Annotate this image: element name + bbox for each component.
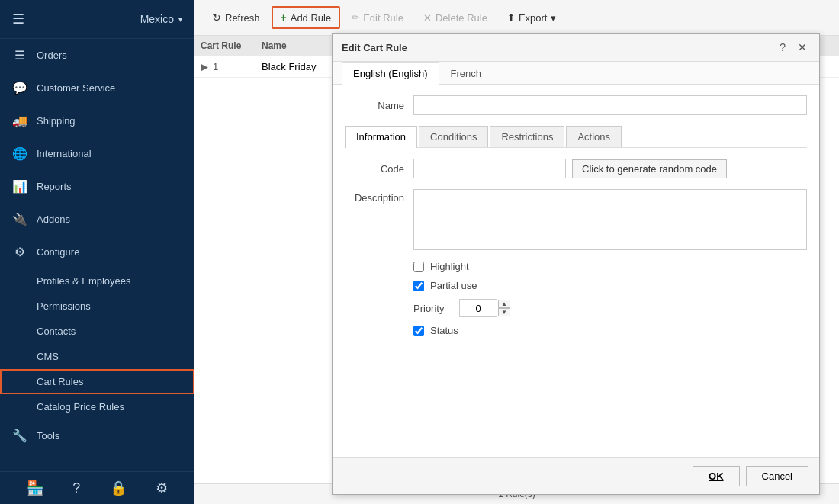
export-button[interactable]: ⬆ Export ▾ <box>499 8 565 28</box>
international-icon: 🌐 <box>12 146 27 161</box>
tab-french[interactable]: French <box>439 62 493 85</box>
customer-service-icon: 💬 <box>12 81 27 95</box>
refresh-icon: ↻ <box>212 11 221 24</box>
code-label: Code <box>345 163 413 175</box>
priority-input[interactable] <box>459 299 497 317</box>
row-arrow-icon: ▶ <box>201 61 210 72</box>
orders-icon: ☰ <box>12 48 27 63</box>
sidebar-item-orders[interactable]: ☰ Orders <box>0 39 194 72</box>
tab-conditions[interactable]: Conditions <box>419 126 488 147</box>
partial-use-label: Partial use <box>430 280 477 291</box>
edit-panel-header: Edit Cart Rule ? ✕ <box>333 34 819 62</box>
sidebar-item-label-shipping: Shipping <box>37 115 76 127</box>
sidebar-nav: ☰ Orders 💬 Customer Service 🚚 Shipping 🌐… <box>0 39 194 471</box>
hamburger-icon[interactable]: ☰ <box>12 11 24 27</box>
status-label: Status <box>430 325 458 336</box>
sidebar-item-permissions[interactable]: Permissions <box>0 294 194 319</box>
edit-panel: Edit Cart Rule ? ✕ English (English) Fre… <box>332 33 820 495</box>
section-tabs: Information Conditions Restrictions Acti… <box>345 126 807 148</box>
addons-icon: 🔌 <box>12 212 27 226</box>
priority-row: Priority ▲ ▼ <box>345 299 807 317</box>
sidebar-header: ☰ Mexico ▾ <box>0 0 194 39</box>
configure-icon: ⚙ <box>12 245 27 259</box>
sidebar-item-shipping[interactable]: 🚚 Shipping <box>0 104 194 137</box>
export-icon: ⬆ <box>507 12 515 23</box>
sidebar-item-label-customer-service: Customer Service <box>37 82 115 94</box>
add-rule-label: Add Rule <box>291 12 331 24</box>
store-selector[interactable]: Mexico ▾ <box>140 13 182 25</box>
sidebar-item-contacts[interactable]: Contacts <box>0 319 194 344</box>
ok-button[interactable]: OK <box>693 466 740 486</box>
priority-up-button[interactable]: ▲ <box>498 300 510 308</box>
panel-help-button[interactable]: ? <box>776 40 789 55</box>
sidebar-item-reports[interactable]: 📊 Reports <box>0 170 194 203</box>
edit-rule-label: Edit Rule <box>363 12 403 24</box>
highlight-label: Highlight <box>430 261 469 272</box>
delete-rule-button[interactable]: ✕ Delete Rule <box>415 8 496 28</box>
add-rule-button[interactable]: + Add Rule <box>272 6 341 29</box>
form-area: Name Information Conditions Restrictions… <box>333 85 819 457</box>
name-label: Name <box>345 100 413 111</box>
modal-footer: OK Cancel <box>333 457 819 494</box>
generate-code-button[interactable]: Click to generate random code <box>572 159 727 178</box>
name-input[interactable] <box>413 95 807 115</box>
sidebar-item-international[interactable]: 🌐 International <box>0 137 194 170</box>
col-header-cart-rule: Cart Rule <box>201 40 262 51</box>
sidebar-item-cms[interactable]: CMS <box>0 344 194 369</box>
tools-icon: 🔧 <box>12 429 27 443</box>
priority-spinner: ▲ ▼ <box>498 300 510 316</box>
sidebar-item-label-configure: Configure <box>37 246 79 258</box>
sidebar-item-profiles-employees[interactable]: Profiles & Employees <box>0 268 194 294</box>
tab-restrictions[interactable]: Restrictions <box>490 126 564 147</box>
sidebar-item-tools[interactable]: 🔧 Tools <box>0 419 194 452</box>
reports-icon: 📊 <box>12 179 27 194</box>
sidebar: ☰ Mexico ▾ ☰ Orders 💬 Customer Service 🚚… <box>0 0 194 504</box>
partial-use-checkbox[interactable] <box>413 281 424 291</box>
add-icon: + <box>281 11 287 24</box>
partial-use-row: Partial use <box>345 280 807 291</box>
highlight-checkbox[interactable] <box>413 262 424 272</box>
delete-icon: ✕ <box>423 12 432 24</box>
refresh-button[interactable]: ↻ Refresh <box>204 7 268 28</box>
lock-footer-icon[interactable]: 🔒 <box>110 480 127 496</box>
panel-close-button[interactable]: ✕ <box>795 40 810 55</box>
sidebar-item-catalog-price-rules[interactable]: Catalog Price Rules <box>0 394 194 419</box>
settings-footer-icon[interactable]: ⚙ <box>156 480 168 496</box>
tab-information[interactable]: Information <box>345 126 417 148</box>
sidebar-item-label-tools: Tools <box>37 430 59 441</box>
sidebar-item-label-addons: Addons <box>37 213 70 225</box>
status-row: Status <box>345 325 807 336</box>
status-checkbox[interactable] <box>413 326 424 336</box>
refresh-label: Refresh <box>225 12 260 24</box>
tab-english[interactable]: English (English) <box>342 62 439 85</box>
priority-down-button[interactable]: ▼ <box>498 308 510 316</box>
edit-panel-actions: ? ✕ <box>776 40 810 55</box>
code-input[interactable] <box>413 159 566 178</box>
delete-rule-label: Delete Rule <box>436 12 487 24</box>
name-row: Name <box>345 95 807 115</box>
toolbar: ↻ Refresh + Add Rule ✏ Edit Rule ✕ Delet… <box>194 0 839 36</box>
store-footer-icon[interactable]: 🏪 <box>27 480 43 496</box>
edit-rule-button[interactable]: ✏ Edit Rule <box>343 8 412 28</box>
description-input[interactable] <box>413 189 807 250</box>
sidebar-item-cart-rules[interactable]: Cart Rules <box>0 369 194 394</box>
cancel-button[interactable]: Cancel <box>746 466 808 486</box>
chevron-down-icon: ▾ <box>178 15 182 24</box>
lang-tabs: English (English) French <box>333 62 819 85</box>
sidebar-item-configure[interactable]: ⚙ Configure <box>0 236 194 268</box>
sidebar-footer: 🏪 ? 🔒 ⚙ <box>0 471 194 504</box>
tab-actions[interactable]: Actions <box>566 126 622 147</box>
export-chevron-icon: ▾ <box>551 12 556 24</box>
highlight-row: Highlight <box>345 261 807 272</box>
row-rule-number: 1 <box>213 61 262 72</box>
description-row: Description <box>345 189 807 250</box>
description-label: Description <box>345 189 413 250</box>
sidebar-item-label-reports: Reports <box>37 181 72 192</box>
code-row: Code Click to generate random code <box>345 159 807 178</box>
store-name: Mexico <box>140 13 174 25</box>
help-footer-icon[interactable]: ? <box>72 480 80 496</box>
sidebar-item-addons[interactable]: 🔌 Addons <box>0 203 194 236</box>
sidebar-item-label-orders: Orders <box>37 50 67 61</box>
edit-panel-title: Edit Cart Rule <box>342 42 407 53</box>
sidebar-item-customer-service[interactable]: 💬 Customer Service <box>0 72 194 104</box>
